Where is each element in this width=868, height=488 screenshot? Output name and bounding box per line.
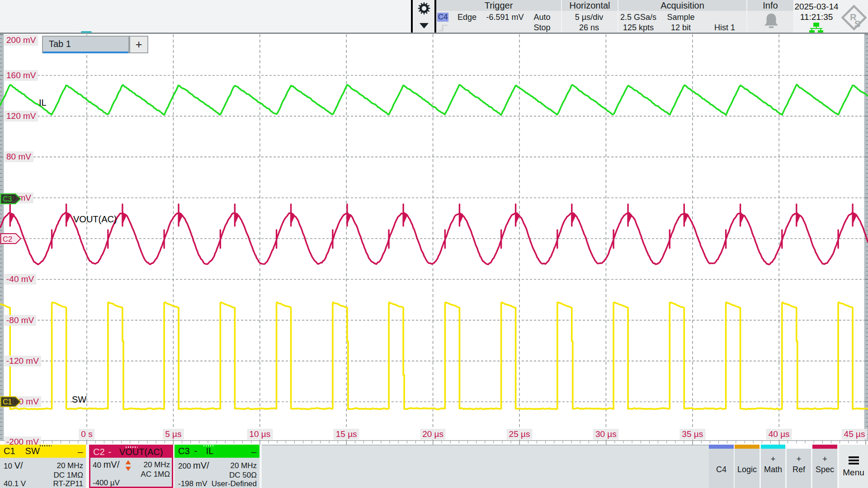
svg-text:C2: C2 — [3, 235, 12, 243]
svg-text:S: S — [854, 19, 860, 29]
svg-text:C1: C1 — [3, 398, 12, 406]
svg-text:C3: C3 — [3, 195, 12, 203]
